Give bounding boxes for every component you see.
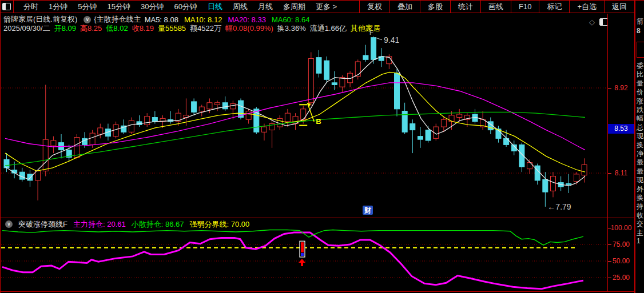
info-field-9: 流通1.66亿	[310, 23, 347, 34]
period-item-0[interactable]: 分时	[18, 2, 43, 12]
panel-icon	[2, 3, 11, 10]
panel-divider	[0, 218, 635, 218]
period-item-5[interactable]: 60分钟	[169, 2, 202, 12]
toolbar-button-4[interactable]: 画线	[480, 1, 511, 13]
sub-axis-tick	[608, 228, 611, 228]
svg-text:9.41: 9.41	[384, 35, 399, 45]
candle-0	[4, 159, 9, 168]
candle-70	[551, 176, 556, 191]
svg-text:B: B	[316, 117, 321, 126]
strip-price-char: 8	[637, 27, 644, 35]
candle-29	[230, 104, 236, 109]
period-item-3[interactable]: 15分钟	[102, 2, 135, 12]
sub-axis-label-75: 75.00	[608, 240, 634, 248]
bottom-border	[0, 291, 635, 292]
sidebar-toggle-icon[interactable]	[0, 1, 14, 13]
signal-up-arrow	[299, 259, 305, 266]
candle-39	[308, 58, 313, 102]
candle-9	[74, 137, 79, 157]
period-item-4[interactable]: 30分钟	[136, 2, 169, 12]
diamond-icon[interactable]: ◇	[589, 18, 595, 26]
info-field-10: 其他家居	[351, 23, 380, 34]
chevron-down-icon[interactable]: ∨	[84, 16, 91, 23]
ma-label-3: MA60: 8.64	[272, 15, 310, 24]
candle-12	[98, 128, 103, 134]
info-field-8: 换3.36%	[277, 23, 306, 34]
strip-box	[637, 42, 644, 58]
indicator-subchart[interactable]	[1, 219, 607, 291]
ma-label-2: MA20: 8.33	[228, 15, 266, 24]
ohlc-info-row: 2025/09/30/二开8.09高8.25低8.02收8.19量55585额4…	[3, 24, 384, 33]
axis-tick	[608, 88, 611, 89]
candle-18	[145, 117, 150, 125]
toolbar-button-0[interactable]: 复权	[359, 1, 389, 13]
candle-50	[395, 73, 400, 109]
axis-label-8.92: 8.92	[608, 84, 634, 92]
candle-31	[246, 111, 251, 119]
candle-69	[543, 179, 548, 192]
candle-57	[449, 115, 454, 122]
current-price-box: 8.53	[608, 124, 634, 134]
sub-axis-tick	[608, 261, 611, 262]
candle-56	[441, 119, 446, 127]
candle-42	[332, 83, 337, 85]
ma-value-labels: MA5: 8.08MA10: 8.12MA20: 8.33MA60: 8.64	[145, 15, 316, 24]
info-field-7: 幅0.08(0.99%)	[225, 23, 273, 34]
candle-36	[285, 113, 290, 122]
toolbar-button-5[interactable]: F10	[511, 1, 539, 13]
toolbar-menu: 复权叠加多股统计画线F10标记+自选返回	[359, 1, 635, 13]
toolbar-button-2[interactable]: 多股	[420, 1, 450, 13]
period-item-8[interactable]: 月线	[253, 2, 278, 12]
main-candlestick-chart[interactable]: F9.41←7.79B	[1, 14, 607, 218]
candle-26	[207, 103, 212, 109]
period-menu: 分时1分钟5分钟15分钟30分钟60分钟日线周线月线多周期更多 >	[14, 1, 342, 13]
info-field-4: 收8.19	[132, 23, 154, 34]
strip-char-20: 1	[637, 237, 644, 245]
candle-19	[152, 118, 157, 122]
sub-axis-label-50: 50.00	[608, 257, 634, 265]
toolbar-button-8[interactable]: 返回	[604, 1, 635, 13]
period-item-6[interactable]: 日线	[202, 2, 228, 12]
period-item-7[interactable]: 周线	[228, 2, 253, 12]
info-field-0: 2025/09/30/二	[3, 23, 50, 34]
period-item-10[interactable]: 更多 >	[311, 2, 342, 12]
chart-corner-icons: ◇	[589, 18, 608, 26]
svg-text:←7.79: ←7.79	[547, 202, 571, 211]
toolbar-button-1[interactable]: 叠加	[389, 1, 420, 13]
subchart-header: ∨ 突破涨停颈线F主力持仓: 20.61小散持仓: 86.67强弱分界线: 70…	[2, 220, 255, 228]
candle-4	[35, 171, 41, 180]
candle-53	[418, 137, 423, 140]
info-field-1: 开8.09	[54, 23, 76, 34]
toolbar-button-6[interactable]: 标记	[539, 1, 569, 13]
sub-header-label-2: 小散持仓: 86.67	[132, 219, 184, 230]
ma-label-1: MA10: 8.12	[184, 15, 222, 24]
fin-badge[interactable]: 财	[363, 206, 373, 215]
candle-43	[340, 78, 345, 87]
axis-label-8.11: 8.11	[608, 169, 634, 177]
candle-46	[363, 55, 368, 59]
candle-73	[574, 174, 579, 182]
period-item-9[interactable]: 多周期	[278, 2, 311, 12]
sub-header-label-1: 主力持仓: 20.61	[73, 219, 126, 230]
toolbar-button-3[interactable]: 统计	[450, 1, 480, 13]
tdx-window: 分时1分钟5分钟15分钟30分钟60分钟日线周线月线多周期更多 > 复权叠加多股…	[0, 0, 644, 293]
info-field-3: 低8.02	[106, 23, 128, 34]
candle-41	[324, 61, 329, 79]
candle-11	[90, 133, 95, 145]
candle-27	[215, 103, 220, 105]
candle-74	[582, 164, 587, 175]
candle-14	[113, 125, 118, 136]
sub-header-label-0[interactable]: 突破涨停颈线F	[18, 219, 67, 230]
toolbar-button-7[interactable]: +自选	[569, 1, 604, 13]
candle-72	[566, 183, 571, 184]
period-item-1[interactable]: 1分钟	[43, 2, 73, 12]
candle-54	[426, 130, 431, 141]
period-item-2[interactable]: 5分钟	[73, 2, 102, 12]
info-field-2: 高8.25	[80, 23, 102, 34]
series-主力持仓	[2, 232, 583, 289]
right-panel-strip[interactable]: 箭 8 委比量价涨跌幅总现换净最最现外换持收交主1	[635, 1, 644, 293]
candle-33	[261, 127, 267, 132]
info-field-5: 量55585	[158, 23, 186, 34]
split-panel-icon[interactable]	[599, 18, 608, 26]
collapse-icon[interactable]: ∨	[5, 220, 13, 228]
